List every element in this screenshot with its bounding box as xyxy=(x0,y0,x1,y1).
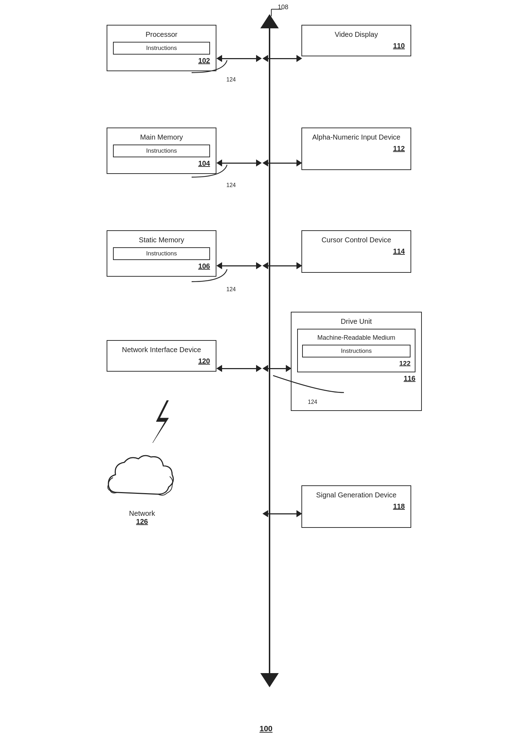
arrow-cursor xyxy=(262,262,302,269)
arrow-drive xyxy=(262,365,292,372)
video-display-number: 110 xyxy=(308,42,405,50)
arrowhead-left xyxy=(216,365,222,372)
bus-arrow-down xyxy=(260,673,279,687)
arrow-processor xyxy=(216,55,262,62)
figure-number: 100 xyxy=(260,724,273,733)
svg-text:124: 124 xyxy=(226,286,236,292)
cursor-control-number: 114 xyxy=(308,247,405,255)
drive-unit-box: Drive Unit Machine-Readable Medium Instr… xyxy=(291,312,422,411)
svg-text:124: 124 xyxy=(226,77,236,83)
arrowhead-right xyxy=(286,365,292,372)
arrowhead-left xyxy=(262,262,268,269)
video-display-box: Video Display 110 xyxy=(301,25,411,56)
arrow-line xyxy=(268,265,296,266)
network-interface-title: Network Interface Device xyxy=(113,345,210,354)
processor-box: Processor Instructions 102 xyxy=(107,25,216,71)
main-memory-box: Main Memory Instructions 104 xyxy=(107,128,216,174)
arrow-line xyxy=(222,265,256,266)
machine-readable-title: Machine-Readable Medium xyxy=(302,334,411,342)
arrow-line xyxy=(268,513,296,514)
processor-instructions: Instructions xyxy=(113,42,210,55)
cloud-shape xyxy=(107,450,177,507)
cursor-control-box: Cursor Control Device 114 xyxy=(301,230,411,273)
arrow-main-memory xyxy=(216,159,262,167)
arrowhead-right xyxy=(256,262,262,269)
arrowhead-right xyxy=(296,262,302,269)
drive-inner-number: 122 xyxy=(302,360,411,367)
arrowhead-left xyxy=(262,365,268,372)
processor-title: Processor xyxy=(113,30,210,39)
main-memory-number: 104 xyxy=(113,159,210,168)
alphanumeric-number: 112 xyxy=(308,145,405,153)
arrowhead-right xyxy=(256,365,262,372)
drive-unit-title: Drive Unit xyxy=(297,317,415,326)
network-number: 126 xyxy=(107,518,177,526)
arrow-line xyxy=(268,163,296,164)
arrow-video xyxy=(262,55,302,62)
video-display-title: Video Display xyxy=(308,30,405,39)
main-memory-instructions: Instructions xyxy=(113,145,210,157)
bus-line xyxy=(269,28,270,673)
alphanumeric-box: Alpha-Numeric Input Device 112 xyxy=(301,128,411,170)
network-interface-box: Network Interface Device 120 xyxy=(107,340,216,372)
svg-text:124: 124 xyxy=(226,182,236,188)
arrowhead-left xyxy=(262,55,268,62)
arrow-line xyxy=(268,58,296,59)
static-memory-title: Static Memory xyxy=(113,235,210,244)
arrow-signal xyxy=(262,510,302,517)
arrow-network-interface xyxy=(216,365,262,372)
arrow-static-memory xyxy=(216,262,262,269)
arrowhead-left xyxy=(216,262,222,269)
network-label: Network xyxy=(107,509,177,518)
arrowhead-left xyxy=(262,159,268,167)
arrowhead-right xyxy=(256,55,262,62)
arrowhead-left xyxy=(262,510,268,517)
processor-number: 102 xyxy=(113,57,210,65)
drive-instructions: Instructions xyxy=(302,345,411,357)
arrowhead-left xyxy=(216,55,222,62)
signal-generation-number: 118 xyxy=(308,502,405,510)
network-interface-number: 120 xyxy=(113,357,210,365)
arrow-line xyxy=(222,163,256,164)
arrow-line xyxy=(222,58,256,59)
signal-generation-box: Signal Generation Device 118 xyxy=(301,485,411,528)
signal-generation-title: Signal Generation Device xyxy=(308,490,405,500)
cursor-control-title: Cursor Control Device xyxy=(308,235,405,244)
static-memory-number: 106 xyxy=(113,262,210,270)
arrowhead-left xyxy=(216,159,222,167)
arrow-line xyxy=(268,368,286,369)
arrow-alphanumeric xyxy=(262,159,302,167)
network-cloud: Network 126 xyxy=(107,450,177,526)
drive-unit-number: 116 xyxy=(297,374,415,383)
static-memory-box: Static Memory Instructions 106 xyxy=(107,230,216,277)
arrowhead-right xyxy=(256,159,262,167)
lightning-icon xyxy=(149,400,177,443)
static-memory-instructions: Instructions xyxy=(113,247,210,260)
arrowhead-right xyxy=(296,510,302,517)
diagram-container: 108 Processor Instructions 102 Main Memo… xyxy=(89,0,443,744)
arrowhead-right xyxy=(296,159,302,167)
bus-arrow-up xyxy=(260,14,279,28)
main-memory-title: Main Memory xyxy=(113,132,210,142)
arrowhead-right xyxy=(296,55,302,62)
alphanumeric-title: Alpha-Numeric Input Device xyxy=(308,132,405,142)
arrow-line xyxy=(222,368,256,369)
